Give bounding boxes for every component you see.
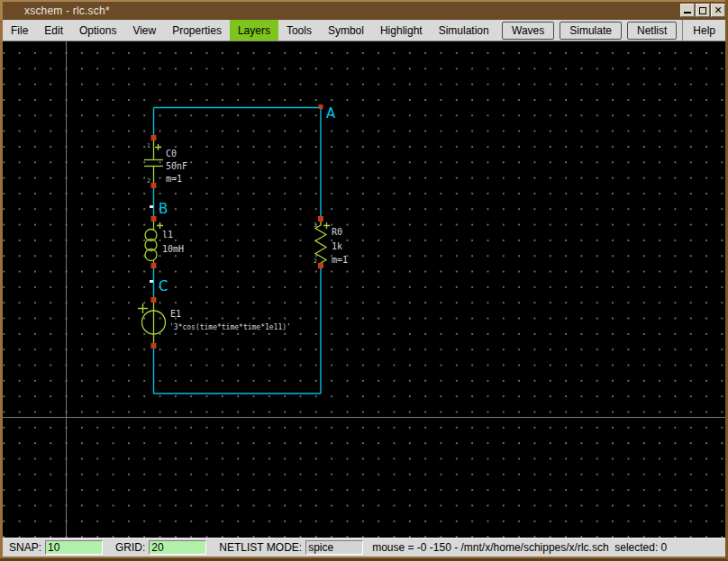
maximize-icon — [699, 7, 706, 14]
vsource-pin1-square — [151, 297, 157, 303]
vsource-value: '3*cos(time*time*time*1e11)' — [169, 323, 291, 331]
cap-pin2-number: 2 — [147, 177, 150, 185]
net-labels: A B C — [150, 104, 336, 294]
title-bar[interactable]: xschem - rlc.sch* ✕ — [0, 0, 728, 20]
snap-label: SNAP: — [9, 541, 41, 554]
close-button[interactable]: ✕ — [711, 4, 725, 17]
res-pin2-number: 2 — [314, 258, 317, 265]
vsource-plus-icon — [138, 303, 148, 313]
ind-plus-icon — [157, 222, 163, 229]
ind-refdes: l1 — [162, 230, 173, 240]
res-pin1-square — [318, 216, 323, 222]
res-mult: m=1 — [332, 255, 348, 265]
vsource-pin2-square — [151, 343, 157, 348]
menu-simulation[interactable]: Simulation — [431, 20, 497, 41]
simulate-button[interactable]: Simulate — [560, 22, 622, 40]
mouse-coordinates-info: mouse = -0 -150 - /mnt/x/home/schippes/x… — [372, 541, 667, 554]
res-value: 1k — [332, 241, 342, 251]
rlc-circuit-drawing: 1 2 C0 50nF m=1 l1 10mH — [3, 41, 725, 538]
ind-value: 10mH — [162, 244, 184, 254]
menu-view[interactable]: View — [124, 20, 164, 41]
res-pin2-square — [318, 263, 323, 268]
cap-pin1-square — [151, 135, 157, 140]
menu-file[interactable]: File — [3, 20, 36, 41]
component-capacitor-C0[interactable]: 1 2 C0 50nF m=1 — [144, 135, 187, 188]
close-icon: ✕ — [714, 5, 722, 15]
help-button[interactable]: Help — [683, 20, 725, 41]
menu-properties[interactable]: Properties — [164, 20, 230, 41]
cap-pin2-square — [151, 183, 157, 188]
component-resistor-R0[interactable]: 1 2 R0 1k m=1 — [314, 216, 348, 268]
vsource-refdes: E1 — [170, 309, 181, 319]
netlist-mode-input[interactable] — [305, 540, 363, 555]
menu-edit[interactable]: Edit — [36, 20, 71, 41]
res-pin1-number: 1 — [314, 222, 317, 229]
menu-highlight[interactable]: Highlight — [372, 20, 431, 41]
window-controls: ✕ — [680, 4, 725, 17]
window-title: xschem - rlc.sch* — [3, 5, 110, 17]
cap-refdes: C0 — [166, 149, 177, 158]
net-label-C[interactable]: C — [159, 278, 168, 294]
menu-symbol[interactable]: Symbol — [320, 20, 372, 41]
component-vsource-E1[interactable]: E1 '3*cos(time*time*time*1e11)' — [138, 297, 291, 348]
cap-mult: m=1 — [166, 174, 182, 184]
cap-pin1-number: 1 — [147, 142, 150, 149]
component-inductor-l1[interactable]: l1 10mH — [145, 216, 184, 268]
menu-options[interactable]: Options — [71, 20, 124, 41]
maximize-button[interactable] — [696, 4, 710, 17]
netlabel-B-pin-square — [150, 205, 153, 208]
cap-plus-icon — [155, 144, 161, 150]
res-refdes: R0 — [332, 227, 342, 237]
menu-items: File Edit Options View Properties Layers… — [3, 20, 497, 41]
xschem-window: xschem - rlc.sch* ✕ File Edit Options Vi… — [0, 0, 728, 561]
net-label-A[interactable]: A — [326, 105, 336, 122]
snap-input[interactable] — [45, 540, 103, 555]
netlabel-A-pin-square — [319, 104, 323, 109]
schematic-canvas[interactable]: 1 2 C0 50nF m=1 l1 10mH — [3, 41, 725, 538]
res-plus-icon — [323, 222, 330, 229]
toolbar-buttons: Waves Simulate Netlist Help — [502, 20, 725, 41]
ind-pin1-square — [151, 216, 157, 222]
status-bar: SNAP: GRID: NETLIST MODE: mouse = -0 -15… — [3, 538, 725, 556]
grid-label: GRID: — [115, 541, 145, 554]
menu-bar: File Edit Options View Properties Layers… — [3, 20, 725, 41]
netlist-mode-label: NETLIST MODE: — [219, 541, 302, 554]
waves-button[interactable]: Waves — [502, 22, 554, 40]
cap-value: 50nF — [166, 161, 187, 171]
netlist-button[interactable]: Netlist — [627, 22, 677, 40]
netlabel-C-pin-square — [150, 280, 153, 283]
minimize-button[interactable] — [680, 4, 695, 17]
ind-pin2-square — [151, 263, 157, 268]
net-label-B[interactable]: B — [159, 201, 168, 217]
minimize-icon — [684, 7, 691, 14]
grid-input[interactable] — [149, 540, 206, 555]
menu-tools[interactable]: Tools — [278, 20, 320, 41]
menu-layers[interactable]: Layers — [230, 20, 278, 41]
